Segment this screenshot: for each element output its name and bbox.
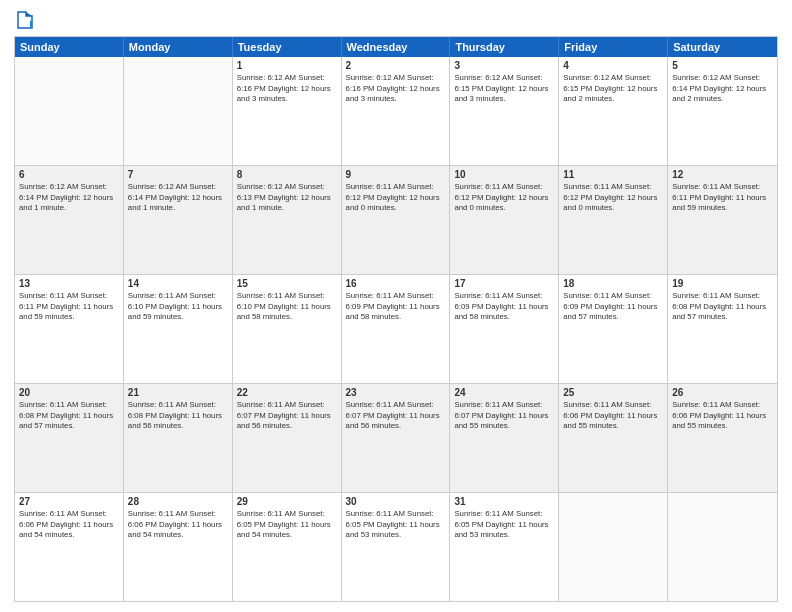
table-row bbox=[15, 57, 124, 165]
day-detail: Sunrise: 6:11 AM Sunset: 6:09 PM Dayligh… bbox=[346, 291, 446, 323]
day-number: 27 bbox=[19, 496, 119, 507]
header bbox=[14, 10, 778, 30]
day-number: 23 bbox=[346, 387, 446, 398]
header-monday: Monday bbox=[124, 37, 233, 57]
week-row-2: 6Sunrise: 6:12 AM Sunset: 6:14 PM Daylig… bbox=[15, 166, 777, 275]
day-detail: Sunrise: 6:11 AM Sunset: 6:05 PM Dayligh… bbox=[454, 509, 554, 541]
day-detail: Sunrise: 6:11 AM Sunset: 6:10 PM Dayligh… bbox=[237, 291, 337, 323]
header-thursday: Thursday bbox=[450, 37, 559, 57]
day-detail: Sunrise: 6:12 AM Sunset: 6:16 PM Dayligh… bbox=[346, 73, 446, 105]
table-row: 5Sunrise: 6:12 AM Sunset: 6:14 PM Daylig… bbox=[668, 57, 777, 165]
table-row: 30Sunrise: 6:11 AM Sunset: 6:05 PM Dayli… bbox=[342, 493, 451, 601]
table-row: 20Sunrise: 6:11 AM Sunset: 6:08 PM Dayli… bbox=[15, 384, 124, 492]
table-row: 3Sunrise: 6:12 AM Sunset: 6:15 PM Daylig… bbox=[450, 57, 559, 165]
day-detail: Sunrise: 6:11 AM Sunset: 6:06 PM Dayligh… bbox=[128, 509, 228, 541]
day-number: 31 bbox=[454, 496, 554, 507]
day-detail: Sunrise: 6:11 AM Sunset: 6:09 PM Dayligh… bbox=[454, 291, 554, 323]
day-detail: Sunrise: 6:11 AM Sunset: 6:08 PM Dayligh… bbox=[128, 400, 228, 432]
header-friday: Friday bbox=[559, 37, 668, 57]
day-number: 9 bbox=[346, 169, 446, 180]
day-number: 25 bbox=[563, 387, 663, 398]
day-number: 1 bbox=[237, 60, 337, 71]
day-number: 6 bbox=[19, 169, 119, 180]
table-row: 24Sunrise: 6:11 AM Sunset: 6:07 PM Dayli… bbox=[450, 384, 559, 492]
day-detail: Sunrise: 6:11 AM Sunset: 6:11 PM Dayligh… bbox=[672, 182, 773, 214]
table-row: 27Sunrise: 6:11 AM Sunset: 6:06 PM Dayli… bbox=[15, 493, 124, 601]
day-number: 30 bbox=[346, 496, 446, 507]
week-row-3: 13Sunrise: 6:11 AM Sunset: 6:11 PM Dayli… bbox=[15, 275, 777, 384]
table-row: 14Sunrise: 6:11 AM Sunset: 6:10 PM Dayli… bbox=[124, 275, 233, 383]
day-detail: Sunrise: 6:11 AM Sunset: 6:12 PM Dayligh… bbox=[454, 182, 554, 214]
table-row: 7Sunrise: 6:12 AM Sunset: 6:14 PM Daylig… bbox=[124, 166, 233, 274]
day-number: 20 bbox=[19, 387, 119, 398]
header-sunday: Sunday bbox=[15, 37, 124, 57]
table-row: 1Sunrise: 6:12 AM Sunset: 6:16 PM Daylig… bbox=[233, 57, 342, 165]
table-row: 12Sunrise: 6:11 AM Sunset: 6:11 PM Dayli… bbox=[668, 166, 777, 274]
day-detail: Sunrise: 6:11 AM Sunset: 6:11 PM Dayligh… bbox=[19, 291, 119, 323]
day-detail: Sunrise: 6:11 AM Sunset: 6:06 PM Dayligh… bbox=[563, 400, 663, 432]
table-row: 15Sunrise: 6:11 AM Sunset: 6:10 PM Dayli… bbox=[233, 275, 342, 383]
table-row bbox=[124, 57, 233, 165]
table-row: 8Sunrise: 6:12 AM Sunset: 6:13 PM Daylig… bbox=[233, 166, 342, 274]
header-wednesday: Wednesday bbox=[342, 37, 451, 57]
header-tuesday: Tuesday bbox=[233, 37, 342, 57]
day-number: 5 bbox=[672, 60, 773, 71]
day-detail: Sunrise: 6:11 AM Sunset: 6:06 PM Dayligh… bbox=[672, 400, 773, 432]
table-row: 2Sunrise: 6:12 AM Sunset: 6:16 PM Daylig… bbox=[342, 57, 451, 165]
table-row: 18Sunrise: 6:11 AM Sunset: 6:09 PM Dayli… bbox=[559, 275, 668, 383]
week-row-5: 27Sunrise: 6:11 AM Sunset: 6:06 PM Dayli… bbox=[15, 493, 777, 601]
day-number: 8 bbox=[237, 169, 337, 180]
calendar-page: Sunday Monday Tuesday Wednesday Thursday… bbox=[0, 0, 792, 612]
table-row: 19Sunrise: 6:11 AM Sunset: 6:08 PM Dayli… bbox=[668, 275, 777, 383]
day-number: 18 bbox=[563, 278, 663, 289]
day-number: 12 bbox=[672, 169, 773, 180]
day-detail: Sunrise: 6:11 AM Sunset: 6:12 PM Dayligh… bbox=[346, 182, 446, 214]
table-row: 31Sunrise: 6:11 AM Sunset: 6:05 PM Dayli… bbox=[450, 493, 559, 601]
day-number: 10 bbox=[454, 169, 554, 180]
day-number: 14 bbox=[128, 278, 228, 289]
table-row: 26Sunrise: 6:11 AM Sunset: 6:06 PM Dayli… bbox=[668, 384, 777, 492]
day-detail: Sunrise: 6:12 AM Sunset: 6:14 PM Dayligh… bbox=[672, 73, 773, 105]
table-row: 23Sunrise: 6:11 AM Sunset: 6:07 PM Dayli… bbox=[342, 384, 451, 492]
day-detail: Sunrise: 6:12 AM Sunset: 6:16 PM Dayligh… bbox=[237, 73, 337, 105]
day-detail: Sunrise: 6:11 AM Sunset: 6:05 PM Dayligh… bbox=[346, 509, 446, 541]
day-number: 17 bbox=[454, 278, 554, 289]
day-detail: Sunrise: 6:11 AM Sunset: 6:07 PM Dayligh… bbox=[454, 400, 554, 432]
table-row: 10Sunrise: 6:11 AM Sunset: 6:12 PM Dayli… bbox=[450, 166, 559, 274]
table-row: 25Sunrise: 6:11 AM Sunset: 6:06 PM Dayli… bbox=[559, 384, 668, 492]
day-number: 29 bbox=[237, 496, 337, 507]
table-row: 28Sunrise: 6:11 AM Sunset: 6:06 PM Dayli… bbox=[124, 493, 233, 601]
calendar: Sunday Monday Tuesday Wednesday Thursday… bbox=[14, 36, 778, 602]
day-detail: Sunrise: 6:11 AM Sunset: 6:07 PM Dayligh… bbox=[237, 400, 337, 432]
day-detail: Sunrise: 6:12 AM Sunset: 6:14 PM Dayligh… bbox=[19, 182, 119, 214]
table-row: 22Sunrise: 6:11 AM Sunset: 6:07 PM Dayli… bbox=[233, 384, 342, 492]
table-row: 17Sunrise: 6:11 AM Sunset: 6:09 PM Dayli… bbox=[450, 275, 559, 383]
day-number: 2 bbox=[346, 60, 446, 71]
logo bbox=[14, 10, 34, 30]
table-row: 29Sunrise: 6:11 AM Sunset: 6:05 PM Dayli… bbox=[233, 493, 342, 601]
day-detail: Sunrise: 6:12 AM Sunset: 6:14 PM Dayligh… bbox=[128, 182, 228, 214]
day-detail: Sunrise: 6:11 AM Sunset: 6:12 PM Dayligh… bbox=[563, 182, 663, 214]
day-detail: Sunrise: 6:12 AM Sunset: 6:15 PM Dayligh… bbox=[563, 73, 663, 105]
day-number: 15 bbox=[237, 278, 337, 289]
table-row bbox=[559, 493, 668, 601]
svg-marker-0 bbox=[18, 12, 32, 28]
week-row-4: 20Sunrise: 6:11 AM Sunset: 6:08 PM Dayli… bbox=[15, 384, 777, 493]
table-row: 16Sunrise: 6:11 AM Sunset: 6:09 PM Dayli… bbox=[342, 275, 451, 383]
logo-icon bbox=[16, 10, 34, 30]
table-row: 21Sunrise: 6:11 AM Sunset: 6:08 PM Dayli… bbox=[124, 384, 233, 492]
day-detail: Sunrise: 6:11 AM Sunset: 6:05 PM Dayligh… bbox=[237, 509, 337, 541]
day-number: 28 bbox=[128, 496, 228, 507]
day-number: 7 bbox=[128, 169, 228, 180]
day-detail: Sunrise: 6:11 AM Sunset: 6:09 PM Dayligh… bbox=[563, 291, 663, 323]
day-number: 24 bbox=[454, 387, 554, 398]
table-row: 11Sunrise: 6:11 AM Sunset: 6:12 PM Dayli… bbox=[559, 166, 668, 274]
table-row: 13Sunrise: 6:11 AM Sunset: 6:11 PM Dayli… bbox=[15, 275, 124, 383]
day-number: 26 bbox=[672, 387, 773, 398]
calendar-body: 1Sunrise: 6:12 AM Sunset: 6:16 PM Daylig… bbox=[15, 57, 777, 601]
day-number: 21 bbox=[128, 387, 228, 398]
day-detail: Sunrise: 6:11 AM Sunset: 6:08 PM Dayligh… bbox=[672, 291, 773, 323]
table-row: 4Sunrise: 6:12 AM Sunset: 6:15 PM Daylig… bbox=[559, 57, 668, 165]
day-number: 13 bbox=[19, 278, 119, 289]
header-saturday: Saturday bbox=[668, 37, 777, 57]
